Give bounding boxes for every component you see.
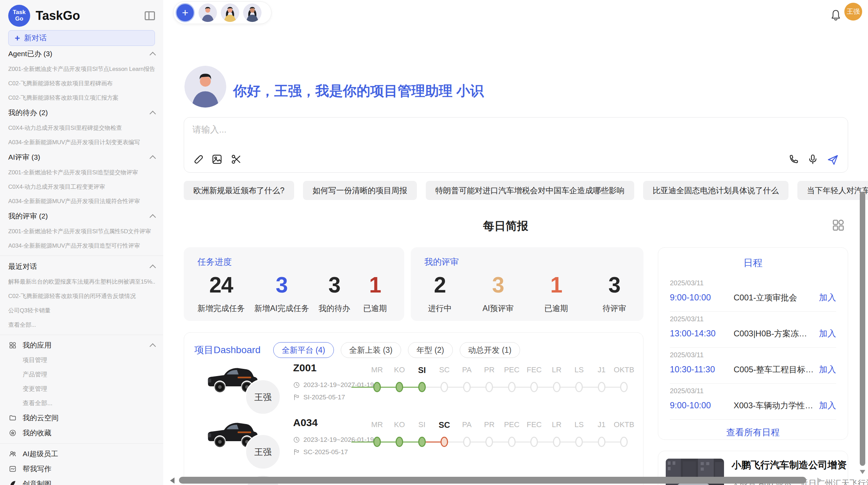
milestone-dot[interactable]	[418, 437, 426, 447]
stat-value: 2	[434, 272, 446, 298]
milestone-dot[interactable]	[441, 437, 448, 447]
milestone-label: PR	[478, 420, 501, 430]
recent-chat-item[interactable]: 解释最新出台的欧盟报废车法规再生塑料比例被调至15%...	[8, 274, 155, 289]
project-owner-avatar[interactable]: 王强	[245, 434, 281, 470]
sidebar-item-ai-super-staff[interactable]: AI超级员工	[8, 446, 155, 461]
milestone-dot[interactable]	[620, 437, 628, 447]
view-all-schedules-link[interactable]: 查看所有日程	[670, 426, 836, 438]
milestone-dot[interactable]	[396, 437, 403, 447]
new-chat-button[interactable]: + 新对话	[8, 30, 155, 46]
schedule-item-main: 9:00-10:00X003-车辆动力学性能验...加入	[670, 400, 836, 411]
view-all-chats-link[interactable]: 查看全部...	[8, 318, 155, 332]
avatar[interactable]	[198, 3, 217, 22]
milestone-dot[interactable]	[373, 382, 381, 392]
vscroll-down-arrow[interactable]	[860, 470, 865, 474]
sidebar-item-creative-drawing[interactable]: 创意制图	[8, 476, 155, 485]
join-link[interactable]: 加入	[819, 364, 836, 375]
suggestion-chip[interactable]: 当下年轻人对汽车外观有怎样的喜好趋势	[797, 181, 868, 200]
milestone-dot[interactable]	[373, 437, 381, 447]
project-owner-avatar[interactable]: 王强	[245, 379, 281, 415]
recent-chat-item[interactable]: 公司Q3轻卡销量	[8, 303, 155, 318]
app-sub-item[interactable]: 变更管理	[8, 382, 155, 396]
milestone-dot[interactable]	[485, 437, 493, 447]
milestone-label: PEC	[501, 420, 523, 430]
add-session-button[interactable]: +	[176, 3, 195, 22]
suggestion-chip[interactable]: 如何写一份清晰的项目周报	[303, 181, 417, 200]
stat-label: AI预评审	[482, 303, 514, 314]
sidebar-section-header[interactable]: AI评审 (3)	[8, 149, 155, 165]
sidebar-task-item[interactable]: Z001-全新燃油轻卡产品开发项目SI造型提交物评审	[8, 165, 155, 179]
milestone-dot[interactable]	[485, 382, 493, 392]
chat-input[interactable]	[192, 124, 741, 148]
milestone-dot[interactable]	[553, 382, 560, 392]
horizontal-scrollbar[interactable]	[179, 477, 806, 484]
milestone-dot[interactable]	[418, 382, 426, 392]
sidebar-task-item[interactable]: Z001-全新燃油轻卡产品开发项目SI节点属性5D文件评审	[8, 224, 155, 238]
chevron-up-icon	[149, 214, 156, 220]
chevron-up-icon	[149, 155, 156, 161]
sidebar-item-my-apps[interactable]: 我的应用	[8, 338, 155, 353]
sidebar-task-item[interactable]: C02-飞腾新能源轻客改款项目里程碑画布	[8, 76, 155, 90]
dashboard-tab[interactable]: 全新平台 (4)	[273, 342, 334, 358]
milestone-dot[interactable]	[598, 437, 605, 447]
avatar[interactable]	[221, 3, 239, 22]
sidebar-task-item[interactable]: A034-全新新能源MUV产品开发项目法规符合性评审	[8, 194, 155, 208]
milestone-dot[interactable]	[508, 437, 516, 447]
user-avatar[interactable]: 王强	[844, 3, 862, 21]
sidebar-task-item[interactable]: A034-全新新能源MUV产品开发项目计划变更表编写	[8, 135, 155, 149]
milestone-dot[interactable]	[575, 382, 583, 392]
sidebar-item-help-me-write[interactable]: 帮我写作	[8, 461, 155, 476]
main-area: + 王强 你好，王强，我是你的项目管理助理 小识	[163, 0, 868, 485]
dashboard-tab[interactable]: 全新上装 (3)	[341, 342, 401, 358]
sidebar-task-item[interactable]: A034-全新新能源MUV产品开发项目造型可行性评审	[8, 238, 155, 253]
sidebar-task-item[interactable]: C0X4-动力总成开发项目工程变更评审	[8, 179, 155, 194]
attachment-icon[interactable]	[192, 154, 204, 165]
dashboard-tab[interactable]: 年型 (2)	[408, 342, 453, 358]
sidebar-task-item[interactable]: C02-飞腾新能源轻客改款项目立项汇报方案	[8, 90, 155, 105]
milestone-dot[interactable]	[620, 382, 628, 392]
join-link[interactable]: 加入	[819, 292, 836, 303]
join-link[interactable]: 加入	[819, 400, 836, 411]
milestone-dot[interactable]	[530, 382, 538, 392]
briefing-layout-icon[interactable]	[831, 218, 845, 232]
hscroll-left-arrow[interactable]	[170, 477, 174, 484]
dashboard-tab[interactable]: 动总开发 (1)	[460, 342, 520, 358]
notification-bell-icon[interactable]	[830, 9, 842, 22]
milestone-dot[interactable]	[396, 382, 403, 392]
suggestion-chip[interactable]: 比亚迪全固态电池计划具体说了什么	[643, 181, 788, 200]
suggestion-chip[interactable]: 特朗普可能对进口汽车增税会对中国车企造成哪些影响	[426, 181, 634, 200]
sidebar-section-header[interactable]: 我的待办 (2)	[8, 105, 155, 121]
milestone-dot[interactable]	[530, 437, 538, 447]
suggestion-chip[interactable]: 欧洲新规最近颁布了什么?	[184, 181, 294, 200]
scissors-icon[interactable]	[231, 154, 242, 165]
sidebar-task-item[interactable]: C0X4-动力总成开发项目SI里程碑提交物检查	[8, 121, 155, 135]
milestone-dot[interactable]	[575, 437, 583, 447]
view-all-apps-link[interactable]: 查看全部...	[8, 396, 155, 410]
milestone-dot[interactable]	[553, 437, 560, 447]
milestone-dot[interactable]	[463, 382, 471, 392]
milestone-dot[interactable]	[441, 382, 448, 392]
sidebar-item-cloud-space[interactable]: 我的云空间	[8, 410, 155, 425]
schedule-name: C003|H0B-方案冻结评审	[734, 328, 815, 339]
milestone-dot[interactable]	[463, 437, 471, 447]
sidebar-item-favorites[interactable]: 我的收藏	[8, 425, 155, 440]
app-sub-item[interactable]: 项目管理	[8, 353, 155, 367]
sidebar-section-header[interactable]: Agent已办 (3)	[8, 46, 155, 62]
phone-call-icon[interactable]	[788, 154, 800, 165]
microphone-icon[interactable]	[807, 154, 819, 165]
sidebar-section-header[interactable]: 我的评审 (2)	[8, 208, 155, 224]
milestone-dot[interactable]	[508, 382, 516, 392]
send-icon[interactable]	[827, 154, 838, 165]
avatar[interactable]	[243, 3, 262, 22]
image-icon[interactable]	[212, 154, 223, 165]
greeting-text: 你好，王强，我是你的项目管理助理 小识	[233, 82, 484, 100]
recent-chat-item[interactable]: C02-飞腾新能源轻客改款项目的闭环通告反馈情况	[8, 289, 155, 303]
app-sub-item[interactable]: 产品管理	[8, 367, 155, 382]
join-link[interactable]: 加入	[819, 328, 836, 339]
recent-chats-header[interactable]: 最近对话	[8, 259, 155, 274]
sidebar-collapse-icon[interactable]	[145, 11, 155, 20]
sidebar-task-item[interactable]: Z001-全新燃油皮卡产品开发项目SI节点Lesson Learn报告	[8, 62, 155, 76]
vertical-scrollbar[interactable]	[860, 192, 865, 466]
milestone-dot[interactable]	[598, 382, 605, 392]
hscroll-right-arrow[interactable]	[817, 477, 822, 484]
